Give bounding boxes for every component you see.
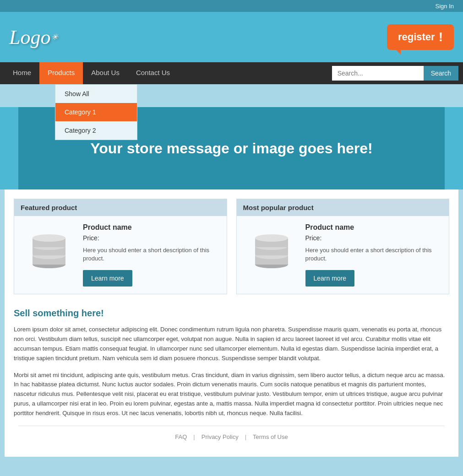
svg-point-13 [255,234,288,242]
popular-learn-more-button[interactable]: Learn more [305,270,355,287]
featured-product-desc: Here you should enter a short descriptio… [83,246,219,263]
products-dropdown: Show All Category 1 Category 2 [55,84,137,140]
featured-product-body: Product name Price: Here you should ente… [14,216,227,294]
featured-product-image [22,223,76,278]
register-label: register [398,31,435,43]
logo: Logo ✳ [9,26,58,49]
sell-section: Sell something here! Lorem ipsum dolor s… [14,308,449,418]
nav-products[interactable]: Products [39,62,83,84]
featured-product-header: Featured product [14,199,227,216]
dropdown-show-all[interactable]: Show All [55,85,137,103]
sell-paragraph1: Lorem ipsum dolor sit amet, consectetur … [14,325,449,363]
featured-product-info: Product name Price: Here you should ente… [83,223,219,287]
privacy-link[interactable]: Privacy Policy [195,433,245,440]
search-area: Search [332,62,458,84]
popular-product-body: Product name Price: Here you should ente… [237,216,449,294]
register-button[interactable]: register ! [387,24,454,50]
register-exclaim: ! [439,30,443,44]
signin-link[interactable]: Sign In [436,3,454,10]
terms-link[interactable]: Terms of Use [246,433,294,440]
featured-product-name: Product name [83,223,219,232]
top-bar: Sign In [0,0,463,12]
search-input[interactable] [332,66,424,81]
products-row: Featured product [14,199,449,294]
featured-product-price: Price: [83,234,219,242]
sell-paragraph2: Morbi sit amet mi tincidunt, adipiscing … [14,371,449,418]
faq-link[interactable]: FAQ [169,433,193,440]
popular-product-image [244,223,299,278]
logo-text: Logo [9,26,50,49]
nav-home[interactable]: Home [5,62,39,84]
header: Logo ✳ register ! [0,12,463,62]
featured-product-stack-icon [26,228,72,274]
featured-product-card: Featured product [14,199,227,294]
dropdown-category1[interactable]: Category 1 [55,103,137,121]
footer-links: FAQ | Privacy Policy | Terms of Use [26,433,437,440]
nav-contact[interactable]: Contact Us [128,62,178,84]
popular-product-header: Most popular product [237,199,449,216]
featured-learn-more-button[interactable]: Learn more [83,270,132,287]
nav-about[interactable]: About Us [83,62,128,84]
search-button[interactable]: Search [424,66,458,81]
dropdown-category2[interactable]: Category 2 [55,121,137,140]
popular-product-name: Product name [305,223,442,232]
popular-product-card: Most popular product [236,199,450,294]
main-nav: Home Products About Us Contact Us Search [0,62,463,84]
popular-product-price: Price: [305,234,442,242]
footer: FAQ | Privacy Policy | Terms of Use [18,426,445,448]
popular-product-info: Product name Price: Here you should ente… [305,223,442,287]
svg-point-6 [33,234,65,242]
popular-product-stack-icon [249,228,294,274]
sell-heading: Sell something here! [14,308,449,319]
popular-product-desc: Here you should enter a short descriptio… [305,246,442,263]
nav-wrapper: Home Products About Us Contact Us Search… [0,62,463,84]
main-content: Featured product [5,189,458,457]
logo-star: ✳ [51,32,58,42]
